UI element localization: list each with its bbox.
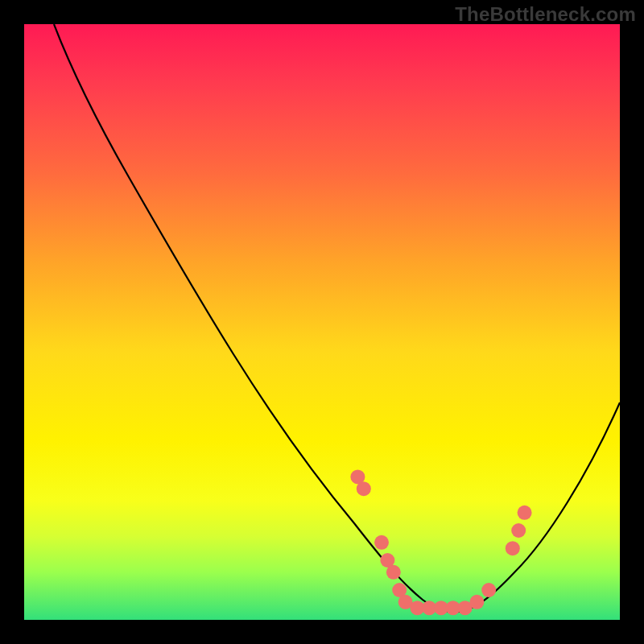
- data-point: [357, 481, 371, 496]
- data-point: [506, 541, 520, 555]
- bottleneck-curve: [54, 24, 620, 612]
- data-point: [481, 583, 496, 597]
- data-point: [374, 535, 389, 550]
- data-point: [518, 506, 532, 520]
- data-points: [350, 469, 531, 615]
- data-point: [511, 523, 526, 538]
- data-point: [386, 565, 401, 580]
- watermark-text: TheBottleneck.com: [455, 3, 636, 26]
- data-point: [469, 595, 484, 609]
- chart-plot: [24, 24, 620, 620]
